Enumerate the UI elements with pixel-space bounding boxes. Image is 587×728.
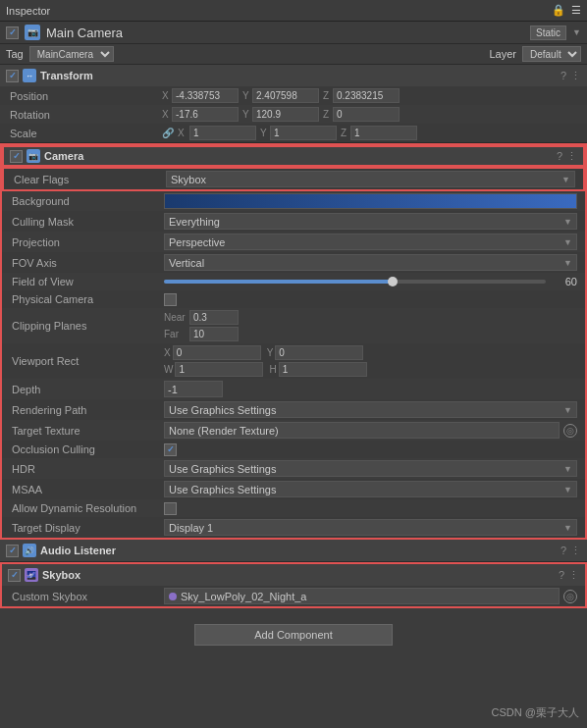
background-color-swatch[interactable] — [164, 193, 577, 209]
camera-header[interactable]: 📷 Camera ? ⋮ — [2, 145, 585, 167]
far-clip-row: Far — [164, 327, 577, 341]
position-row: Position X Y Z — [0, 86, 587, 105]
fov-row: Field of View 60 — [2, 273, 585, 290]
layer-label: Layer — [489, 48, 516, 60]
audio-listener-title: Audio Listener — [40, 545, 557, 556]
projection-row: Projection Perspective ▼ — [2, 232, 585, 252]
depth-row: Depth — [2, 379, 585, 399]
target-display-label: Target Display — [12, 522, 164, 534]
position-y[interactable] — [252, 88, 319, 103]
rotation-row: Rotation X Y Z — [0, 105, 587, 124]
target-texture-picker-icon[interactable]: ◎ — [563, 424, 577, 438]
scale-label: Scale — [10, 128, 162, 139]
fov-slider-container: 60 — [164, 276, 577, 287]
rendering-path-dropdown[interactable]: Use Graphics Settings ▼ — [164, 401, 577, 418]
fov-axis-row: FOV Axis Vertical ▼ — [2, 252, 585, 273]
camera-title: Camera — [44, 150, 553, 162]
hdr-label: HDR — [12, 463, 164, 475]
custom-skybox-value: Sky_LowPoly_02_Night_a — [164, 588, 560, 604]
target-display-dropdown[interactable]: Display 1 ▼ — [164, 519, 577, 536]
projection-dropdown[interactable]: Perspective ▼ — [164, 234, 577, 250]
audio-help-icon[interactable]: ? — [560, 545, 566, 557]
near-value[interactable] — [189, 310, 239, 325]
vp-wh-row: W H — [164, 362, 577, 377]
object-header: 📷 Main Camera Static ▼ — [0, 22, 587, 44]
object-active-checkbox[interactable] — [6, 26, 19, 39]
vp-h[interactable] — [279, 362, 367, 377]
scale-x[interactable] — [189, 126, 256, 140]
clipping-planes-label: Clipping Planes — [12, 320, 164, 332]
position-x[interactable] — [172, 88, 239, 103]
skybox-title: Skybox — [42, 569, 555, 581]
skybox-checkbox[interactable] — [8, 569, 21, 582]
allow-dynamic-checkbox[interactable] — [164, 502, 177, 515]
fov-slider-fill — [164, 280, 393, 284]
rotation-y[interactable] — [252, 107, 319, 122]
static-dropdown-arrow[interactable]: ▼ — [572, 27, 581, 37]
clear-flags-dropdown[interactable]: Skybox ▼ — [166, 171, 575, 187]
skybox-picker-icon[interactable]: ◎ — [563, 590, 577, 603]
msaa-arrow: ▼ — [563, 485, 572, 494]
audio-listener-icon: 🔊 — [23, 544, 36, 557]
rendering-path-row: Rendering Path Use Graphics Settings ▼ — [2, 399, 585, 420]
skybox-header[interactable]: 🌌 Skybox ? ⋮ — [2, 564, 585, 586]
vp-x[interactable] — [173, 345, 261, 360]
position-label: Position — [10, 90, 162, 102]
position-z[interactable] — [333, 88, 400, 103]
rotation-z[interactable] — [333, 107, 400, 122]
scale-z[interactable] — [350, 126, 417, 140]
transform-help-icon[interactable]: ? — [560, 70, 566, 82]
fov-axis-dropdown[interactable]: Vertical ▼ — [164, 254, 577, 271]
audio-listener-header[interactable]: 🔊 Audio Listener ? ⋮ — [0, 540, 587, 561]
transform-title: Transform — [40, 70, 557, 81]
vp-w[interactable] — [175, 362, 263, 377]
fov-slider-track[interactable] — [164, 280, 546, 284]
msaa-label: MSAA — [12, 484, 164, 495]
camera-icon: 📷 — [27, 149, 40, 163]
transform-checkbox[interactable] — [6, 70, 19, 82]
texture-container: None (Render Texture) ◎ — [164, 422, 577, 439]
transform-menu-icon[interactable]: ⋮ — [570, 70, 581, 82]
physical-camera-checkbox[interactable] — [164, 293, 177, 306]
transform-header[interactable]: ↔ Transform ? ⋮ — [0, 65, 587, 86]
scale-y[interactable] — [270, 126, 337, 140]
layer-select[interactable]: Default — [522, 46, 581, 62]
scale-row: Scale 🔗 X Y Z — [0, 124, 587, 142]
allow-dynamic-label: Allow Dynamic Resolution — [12, 502, 164, 514]
camera-component: 📷 Camera ? ⋮ Clear Flags Skybox ▼ Backgr… — [0, 143, 587, 540]
tag-select[interactable]: MainCamera — [29, 46, 114, 62]
menu-icon[interactable]: ☰ — [571, 4, 581, 17]
target-display-row: Target Display Display 1 ▼ — [2, 517, 585, 538]
fov-slider-thumb[interactable] — [388, 277, 398, 286]
camera-help-icon[interactable]: ? — [557, 150, 562, 163]
fov-axis-arrow: ▼ — [563, 258, 572, 268]
audio-listener-component: 🔊 Audio Listener ? ⋮ — [0, 540, 587, 562]
skybox-menu-icon[interactable]: ⋮ — [568, 569, 579, 582]
occlusion-checkbox[interactable] — [164, 443, 177, 456]
add-component-button[interactable]: Add Component — [194, 624, 393, 646]
scale-xyz: 🔗 X Y Z — [162, 126, 579, 140]
msaa-dropdown[interactable]: Use Graphics Settings ▼ — [164, 481, 577, 497]
culling-mask-dropdown[interactable]: Everything ▼ — [164, 213, 577, 230]
vp-y[interactable] — [275, 345, 363, 360]
rendering-path-arrow: ▼ — [563, 405, 572, 415]
camera-checkbox[interactable] — [10, 150, 23, 163]
audio-checkbox[interactable] — [6, 545, 19, 557]
audio-menu-icon[interactable]: ⋮ — [570, 545, 581, 557]
allow-dynamic-row: Allow Dynamic Resolution — [2, 499, 585, 517]
fov-value: 60 — [550, 276, 577, 287]
skybox-dot-icon — [169, 593, 177, 600]
clear-flags-arrow: ▼ — [561, 175, 570, 184]
inspector-title: Inspector — [6, 5, 50, 17]
add-component-section: Add Component — [0, 608, 587, 661]
inspector-tab: Inspector 🔒 ☰ — [0, 0, 587, 22]
lock-icon[interactable]: 🔒 — [552, 4, 565, 17]
depth-value[interactable] — [164, 381, 223, 397]
camera-menu-icon[interactable]: ⋮ — [566, 150, 577, 163]
rotation-x[interactable] — [172, 107, 239, 122]
custom-skybox-row: Custom Skybox Sky_LowPoly_02_Night_a ◎ — [2, 586, 585, 606]
hdr-dropdown[interactable]: Use Graphics Settings ▼ — [164, 460, 577, 477]
static-button[interactable]: Static — [530, 26, 566, 40]
skybox-help-icon[interactable]: ? — [559, 569, 564, 582]
far-value[interactable] — [189, 327, 239, 341]
